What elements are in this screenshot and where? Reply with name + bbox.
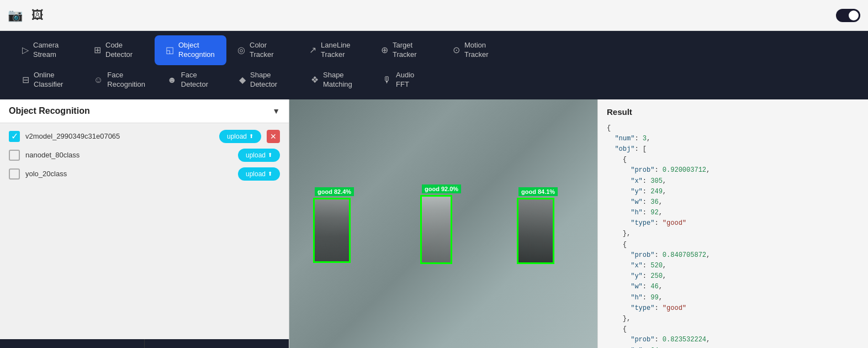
object-recognition-icon: ◱: [166, 45, 174, 55]
face-detector-icon: ☻: [167, 75, 177, 85]
nav-shape-detector[interactable]: ◆ ShapeDetector: [228, 65, 300, 95]
detection-label-1: good 82.4%: [315, 187, 354, 196]
nav-menu: ▷ CameraStream ⊞ CodeDetector ◱ ObjectRe…: [0, 31, 868, 99]
top-toolbar: 📷 🖼: [0, 0, 868, 31]
upload-button-2[interactable]: upload ⬆: [238, 149, 280, 162]
nav-shape-matching[interactable]: ❖ ShapeMatching: [300, 65, 372, 95]
pen-visual-3: [518, 199, 553, 262]
model-name-2: nanodet_80class: [25, 151, 232, 159]
color-tracker-icon: ◎: [237, 45, 245, 55]
nav-online-classifier[interactable]: ⊟ OnlineClassifier: [11, 65, 83, 95]
nav-face-detector[interactable]: ☻ FaceDetector: [156, 65, 228, 95]
object-recognition-label: ObjectRecogntion: [178, 41, 215, 60]
model-checkbox-3[interactable]: [9, 168, 20, 180]
nav-camera-stream[interactable]: ▷ CameraStream: [11, 35, 83, 65]
audio-fft-label: AudioFFT: [396, 71, 414, 89]
run-button[interactable]: run: [145, 339, 289, 348]
motion-tracker-label: MotionTracker: [464, 41, 489, 60]
online-classifier-label: OnlineClassifier: [34, 71, 63, 89]
model-item-3: yolo_20class upload ⬆: [9, 167, 280, 181]
nav-motion-tracker[interactable]: ⊙ MotionTracker: [442, 35, 514, 65]
model-name-1: v2model_2990349c31e07065: [25, 132, 214, 140]
shape-detector-icon: ◆: [239, 75, 246, 85]
model-checkbox-2[interactable]: [9, 150, 20, 161]
shape-matching-icon: ❖: [311, 75, 319, 85]
camera-view: good 82.4% good 92.0% good 84.1%: [289, 99, 597, 348]
nav-row-1: ▷ CameraStream ⊞ CodeDetector ◱ ObjectRe…: [11, 35, 857, 65]
panel-title: Object Recognition: [9, 106, 90, 116]
code-detector-label: CodeDetector: [105, 41, 133, 60]
pen-visual-2: [422, 197, 451, 262]
upload-label-1: upload: [227, 133, 247, 140]
shape-matching-label: ShapeMatching: [323, 71, 352, 89]
upload-button-3[interactable]: upload ⬆: [238, 167, 280, 181]
panel-footer: add run: [0, 339, 289, 348]
code-detector-icon: ⊞: [94, 45, 101, 55]
panel-header: Object Recognition ▼: [0, 99, 289, 123]
nav-color-tracker[interactable]: ◎ ColorTracker: [226, 35, 298, 65]
face-recognition-icon: ☺: [94, 75, 103, 85]
pen-visual-1: [315, 199, 349, 261]
detection-label-2: good 92.0%: [422, 184, 461, 193]
image-icon[interactable]: 🖼: [31, 8, 44, 23]
detection-box-3: good 84.1%: [517, 198, 554, 264]
delete-button-1[interactable]: ✕: [267, 130, 280, 143]
color-tracker-label: ColorTracker: [250, 41, 274, 60]
nav-face-recognition[interactable]: ☺ FaceRecognition: [83, 65, 156, 95]
upload-button-1[interactable]: upload ⬆: [219, 130, 261, 143]
face-recognition-label: FaceRecognition: [107, 71, 145, 89]
left-panel: Object Recognition ▼ ✓ v2model_2990349c3…: [0, 99, 289, 348]
toggle-switch[interactable]: [836, 9, 860, 22]
detection-box-1: good 82.4%: [313, 198, 351, 263]
detection-label-3: good 84.1%: [518, 187, 558, 196]
result-json: { "num": 3, "obj": [ { "prob": 0.9200037…: [607, 123, 859, 348]
main-content: Object Recognition ▼ ✓ v2model_2990349c3…: [0, 99, 868, 348]
model-item-2: nanodet_80class upload ⬆: [9, 149, 280, 162]
upload-label-2: upload: [246, 151, 266, 159]
detection-box-2: good 92.0%: [420, 195, 452, 264]
nav-object-recognition[interactable]: ◱ ObjectRecogntion: [155, 35, 226, 65]
online-classifier-icon: ⊟: [22, 75, 29, 85]
target-tracker-label: TargetTracker: [393, 41, 417, 60]
nav-laneline-tracker[interactable]: ↗ LaneLineTracker: [298, 35, 370, 65]
nav-audio-fft[interactable]: 🎙 AudioFFT: [372, 65, 443, 95]
model-name-3: yolo_20class: [25, 170, 232, 178]
face-detector-label: FaceDetector: [181, 71, 208, 89]
result-title: Result: [607, 107, 859, 117]
camera-stream-icon: ▷: [22, 45, 29, 55]
nav-row-2: ⊟ OnlineClassifier ☺ FaceRecognition ☻ F…: [11, 65, 857, 95]
target-tracker-icon: ⊕: [381, 45, 388, 55]
laneline-tracker-label: LaneLineTracker: [321, 41, 351, 60]
camera-icon[interactable]: 📷: [8, 8, 23, 23]
right-panel: Result { "num": 3, "obj": [ { "prob": 0.…: [597, 99, 868, 348]
upload-arrow-1: ⬆: [249, 133, 253, 139]
model-list: ✓ v2model_2990349c31e07065 upload ⬆ ✕ na…: [0, 123, 289, 339]
upload-arrow-3: ⬆: [268, 171, 272, 177]
audio-fft-icon: 🎙: [383, 75, 391, 85]
add-button[interactable]: add: [0, 339, 145, 348]
upload-arrow-2: ⬆: [268, 152, 272, 158]
nav-target-tracker[interactable]: ⊕ TargetTracker: [370, 35, 442, 65]
shape-detector-label: ShapeDetector: [250, 71, 277, 89]
nav-code-detector[interactable]: ⊞ CodeDetector: [83, 35, 155, 65]
motion-tracker-icon: ⊙: [453, 45, 460, 55]
laneline-tracker-icon: ↗: [309, 45, 316, 55]
model-checkbox-1[interactable]: ✓: [9, 131, 20, 142]
upload-label-3: upload: [246, 170, 266, 178]
panel-dropdown-icon[interactable]: ▼: [272, 107, 280, 115]
model-item-1: ✓ v2model_2990349c31e07065 upload ⬆ ✕: [9, 130, 280, 143]
camera-stream-label: CameraStream: [33, 41, 59, 60]
